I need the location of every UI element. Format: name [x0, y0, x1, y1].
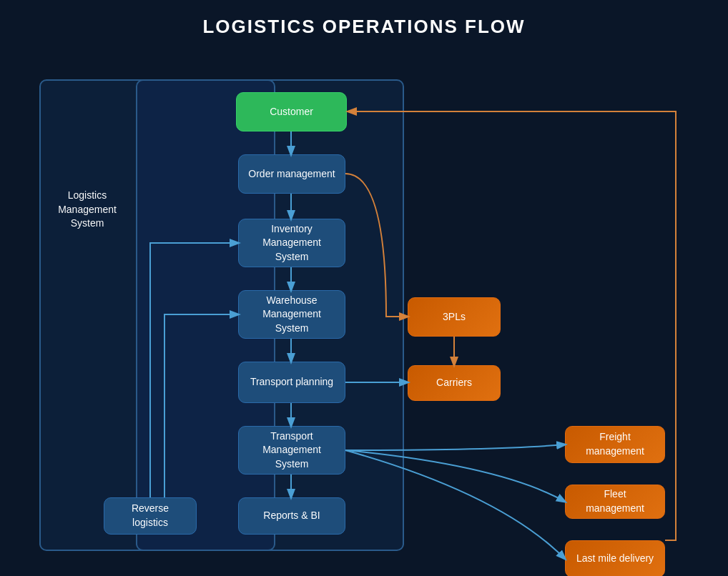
inventory-management-node: Inventory Management System: [238, 219, 345, 267]
fleet-management-node: Fleet management: [565, 485, 665, 519]
transport-management-node: Transport Management System: [238, 426, 345, 475]
customer-node: Customer: [236, 92, 347, 131]
order-management-node: Order management: [238, 154, 345, 194]
carriers-node: Carriers: [408, 365, 501, 401]
lms-label: Logistics Management System: [44, 183, 130, 237]
warehouse-management-node: Warehouse Management System: [238, 290, 345, 339]
reverse-logistics-node: Reverse logistics: [104, 497, 197, 535]
freight-management-node: Freight management: [565, 426, 665, 463]
transport-planning-node: Transport planning: [238, 362, 345, 403]
flow-area: Logistics Management System Customer Ord…: [0, 51, 728, 576]
diagram-container: LOGISTICS OPERATIONS FLOW Logistics Mana…: [0, 0, 728, 576]
page-title: LOGISTICS OPERATIONS FLOW: [0, 0, 728, 51]
three-pls-node: 3PLs: [408, 297, 501, 337]
reports-bi-node: Reports & BI: [238, 497, 345, 535]
last-mile-delivery-node: Last mile delivery: [565, 540, 665, 576]
